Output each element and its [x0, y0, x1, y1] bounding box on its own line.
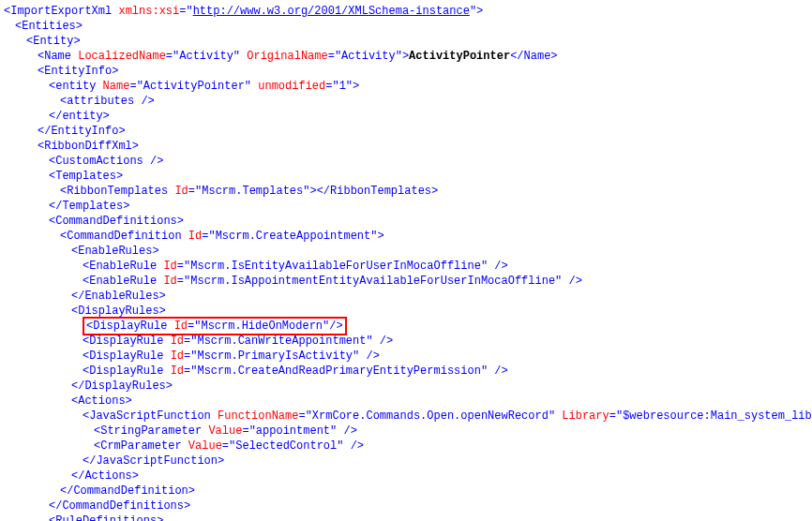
code-segment-tag: =	[177, 260, 184, 273]
code-line: <DisplayRule Id="Mscrm.CanWriteAppointme…	[4, 334, 812, 349]
highlighted-line: <DisplayRule Id="Mscrm.HideOnModern"/>	[83, 317, 347, 335]
code-segment-attr-value: "XrmCore.Commands.Open.openNewRecord"	[306, 409, 555, 423]
code-line: <CommandDefinitions>	[4, 214, 812, 229]
code-segment-attr-value: "Mscrm.CanWriteAppointment"	[190, 335, 372, 348]
code-line: <CrmParameter Value="SelectedControl" />	[4, 439, 812, 454]
code-segment-attr-name: Id	[174, 185, 188, 198]
code-segment-attr-name: Name	[103, 80, 130, 93]
code-line: </EnableRules>	[4, 289, 812, 304]
code-line: </entity>	[4, 109, 812, 124]
code-line: <Entities>	[4, 19, 812, 34]
code-segment-attr-name: Library	[562, 409, 609, 423]
code-line: <Actions>	[4, 394, 812, 409]
code-line: </Templates>	[4, 199, 812, 214]
code-segment-tag: ></RibbonTemplates>	[309, 185, 438, 198]
code-segment-tag: />	[329, 320, 342, 333]
code-line: <CommandDefinition Id="Mscrm.CreateAppoi…	[4, 229, 812, 244]
code-segment-tag: =	[242, 424, 248, 438]
code-line: <EnableRule Id="Mscrm.IsEntityAvailableF…	[4, 259, 812, 274]
code-segment-tag: =	[609, 409, 616, 423]
code-segment-tag: <CommandDefinition	[60, 230, 188, 243]
code-line: <RibbonTemplates Id="Mscrm.Templates"></…	[4, 184, 812, 199]
code-segment-tag: <DisplayRule	[86, 320, 174, 333]
code-segment-tag: >	[377, 230, 383, 243]
code-line: <RibbonDiffXml>	[4, 139, 812, 154]
code-segment-tag: />	[562, 275, 582, 288]
code-segment-tag: =	[166, 50, 173, 63]
code-segment-tag: <EnableRules>	[71, 245, 159, 258]
code-segment-attr-value: "SelectedControl"	[229, 439, 343, 453]
code-segment-tag: </EntityInfo>	[38, 125, 126, 138]
code-segment-attr-value: "Activity"	[335, 50, 402, 63]
code-line: <DisplayRule Id="Mscrm.CreateAndReadPrim…	[4, 364, 812, 379]
code-line: </EntityInfo>	[4, 124, 812, 139]
code-segment-tag: =	[298, 409, 305, 423]
code-line: <StringParameter Value="appointment" />	[4, 424, 812, 439]
code-line: <CustomActions />	[4, 154, 812, 169]
code-segment-attr-value: "ActivityPointer"	[137, 80, 251, 93]
code-segment-tag: >	[353, 80, 359, 93]
code-segment-tag: =	[328, 50, 335, 63]
code-segment-tag: ImportExportXml	[10, 5, 112, 18]
code-line: <EnableRule Id="Mscrm.IsAppointmentEntit…	[4, 274, 812, 289]
code-line: <entity Name="ActivityPointer" unmodifie…	[4, 79, 812, 94]
code-segment-tag: <Name	[38, 50, 78, 63]
code-line: </Actions>	[4, 469, 812, 484]
code-line: <DisplayRule Id="Mscrm.PrimaryIsActivity…	[4, 349, 812, 364]
code-segment-tag: />	[359, 350, 380, 363]
code-segment-tag: <EntityInfo>	[38, 65, 118, 78]
code-segment-attr-name: Id	[171, 350, 184, 363]
code-segment-attr-name: Id	[174, 320, 188, 333]
code-line: <Entity>	[4, 34, 812, 49]
code-segment-tag: />	[488, 260, 508, 273]
code-segment-tag: </CommandDefinitions>	[49, 499, 190, 513]
code-segment-tag: <DisplayRule	[83, 365, 171, 378]
code-line: </CommandDefinitions>	[4, 499, 812, 514]
code-segment-attr-value: "Mscrm.HideOnModern"	[194, 320, 329, 333]
xml-code-block: <ImportExportXml xmlns:xsi="http://www.w…	[0, 0, 812, 521]
code-segment-tag: <RibbonDiffXml>	[38, 140, 139, 153]
code-segment-tag: </JavaScriptFunction>	[83, 454, 224, 468]
code-line: </JavaScriptFunction>	[4, 454, 812, 469]
code-segment-attr-name: Id	[188, 230, 202, 243]
code-segment-attr-name: FunctionName	[218, 409, 298, 423]
code-segment-tag: </Name>	[510, 50, 557, 63]
code-segment-string-link: http://www.w3.org/2001/XMLSchema-instanc…	[193, 5, 470, 18]
code-segment-tag: </DisplayRules>	[71, 380, 173, 393]
code-segment-tag: <CustomActions />	[49, 155, 163, 168]
code-segment-attr-value: "Mscrm.IsEntityAvailableForUserInMocaOff…	[184, 260, 488, 273]
code-segment-attr-name: Value	[208, 424, 242, 438]
code-segment-tag: </Templates>	[49, 200, 129, 213]
code-line: <JavaScriptFunction FunctionName="XrmCor…	[4, 409, 812, 424]
code-segment-tag: <DisplayRules>	[71, 305, 166, 318]
code-segment-tag: =	[129, 80, 136, 93]
code-segment-tag: <CrmParameter	[94, 439, 188, 453]
code-segment-tag: />	[337, 424, 357, 438]
code-line: </DisplayRules>	[4, 379, 812, 394]
code-segment-attr-value: "$webresource:Main_system_library.js"	[616, 409, 812, 423]
code-segment-tag: <entity	[49, 80, 103, 93]
code-segment-tag: />	[343, 439, 364, 453]
code-segment-attr-value: "Mscrm.CreateAppointment"	[208, 230, 377, 243]
code-segment-tag: <CommandDefinitions>	[49, 215, 184, 228]
code-segment-tag: ="	[179, 5, 192, 18]
code-line: <EnableRules>	[4, 244, 812, 259]
code-line: <RuleDefinitions>	[4, 514, 812, 521]
code-segment-attr-name: Id	[163, 275, 176, 288]
code-segment-tag: </entity>	[49, 110, 110, 123]
code-segment-attr-name: Id	[171, 335, 184, 348]
code-segment-tag: <EnableRule	[83, 260, 163, 273]
code-segment-attr-name: Id	[163, 260, 176, 273]
code-line: <Name LocalizedName="Activity" OriginalN…	[4, 49, 812, 64]
code-line: <Templates>	[4, 169, 812, 184]
code-segment-tag: <attributes />	[60, 95, 155, 108]
code-segment-tag: =	[177, 275, 184, 288]
code-segment-tag: <Templates>	[49, 170, 123, 183]
code-segment-attr-value: "Mscrm.IsAppointmentEntityAvailableForUs…	[184, 275, 562, 288]
code-segment-tag: =	[188, 185, 195, 198]
code-segment-tag: />	[488, 365, 508, 378]
code-segment-attr-value: "Mscrm.Templates"	[195, 185, 309, 198]
code-segment-tag: ">	[470, 5, 483, 18]
code-segment-attr-name: Value	[188, 439, 222, 453]
code-line: </CommandDefinition>	[4, 484, 812, 499]
